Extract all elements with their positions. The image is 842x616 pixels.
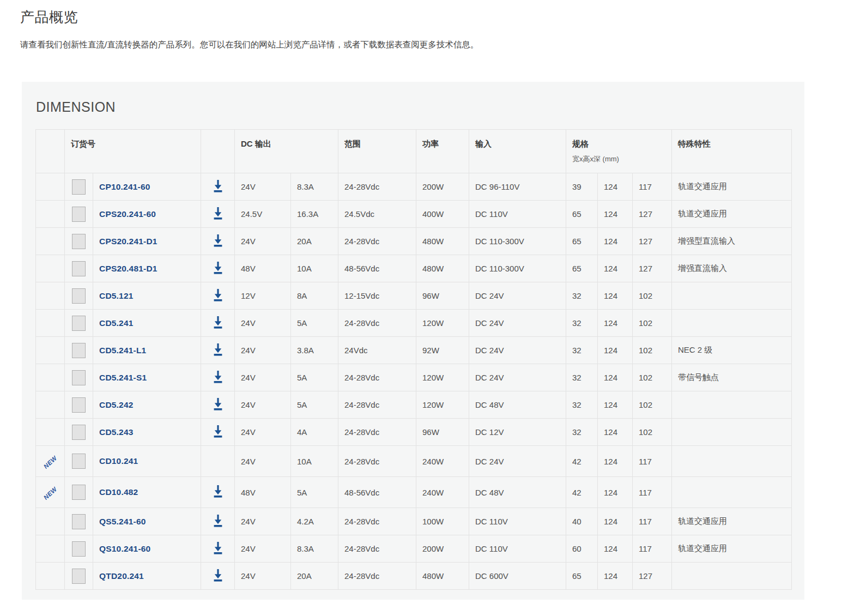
table-row: CD5.24224V5A24-28Vdc120WDC 48V32124102	[36, 391, 792, 419]
product-link[interactable]: CD10.241	[99, 456, 138, 466]
product-link[interactable]: QS10.241-60	[99, 544, 150, 553]
row-checkbox[interactable]	[72, 370, 86, 385]
product-link[interactable]: CD5.121	[99, 291, 134, 300]
row-checkbox[interactable]	[72, 261, 86, 276]
download-icon[interactable]	[213, 262, 223, 274]
header-download-spacer	[201, 130, 235, 173]
height-cell: 124	[598, 201, 633, 228]
row-checkbox[interactable]	[72, 234, 86, 249]
order-no-cell: CD5.241-S1	[93, 364, 201, 391]
download-cell	[201, 391, 235, 419]
download-icon[interactable]	[213, 485, 223, 498]
height-cell: 124	[598, 337, 633, 364]
row-checkbox[interactable]	[72, 541, 86, 557]
download-icon[interactable]	[213, 343, 223, 356]
header-power: 功率	[416, 130, 469, 173]
height-cell: 124	[598, 535, 633, 563]
height-cell: 124	[598, 563, 633, 590]
power-cell: 96W	[416, 282, 469, 310]
row-checkbox[interactable]	[72, 179, 86, 195]
checkbox-cell	[65, 255, 93, 282]
product-link[interactable]: CPS20.241-60	[99, 209, 156, 219]
row-checkbox[interactable]	[72, 343, 86, 358]
new-badge-cell	[36, 563, 65, 590]
download-icon[interactable]	[213, 289, 223, 301]
new-badge-cell	[36, 337, 65, 364]
new-badge-cell	[36, 201, 65, 228]
row-checkbox[interactable]	[72, 485, 86, 500]
row-checkbox[interactable]	[72, 207, 86, 222]
page-intro: 请查看我们创新性直流/直流转换器的产品系列。您可以在我们的网站上浏览产品详情，或…	[20, 39, 842, 51]
product-link[interactable]: CD5.243	[99, 427, 134, 437]
dc-current-cell: 10A	[291, 255, 338, 282]
product-link[interactable]: QS5.241-60	[99, 517, 146, 526]
checkbox-cell	[65, 446, 93, 477]
dc-voltage-cell: 24V	[235, 419, 291, 446]
feature-cell: 轨道交通应用	[672, 508, 792, 535]
power-cell: 120W	[416, 391, 469, 419]
download-icon[interactable]	[213, 515, 223, 527]
dc-current-cell: 5A	[291, 310, 338, 337]
new-badge-cell: NEW	[36, 446, 65, 477]
width-cell: 32	[566, 337, 598, 364]
product-link[interactable]: CPS20.241-D1	[99, 237, 158, 246]
product-link[interactable]: CD5.241-S1	[99, 373, 147, 382]
checkbox-cell	[65, 337, 93, 364]
product-link[interactable]: CP10.241-60	[99, 182, 150, 191]
download-icon[interactable]	[213, 542, 223, 554]
dc-current-cell: 8.3A	[291, 173, 338, 201]
download-icon[interactable]	[213, 569, 223, 582]
order-no-cell: CD5.241	[93, 310, 201, 337]
order-no-cell: CD5.121	[93, 282, 201, 310]
download-cell	[201, 173, 235, 201]
product-link[interactable]: CD5.241	[99, 318, 134, 328]
range-cell: 24-28Vdc	[338, 446, 416, 477]
checkbox-cell	[65, 228, 93, 255]
product-link[interactable]: CD5.241-L1	[99, 346, 146, 355]
range-cell: 24-28Vdc	[338, 364, 416, 391]
power-cell: 96W	[416, 419, 469, 446]
download-icon[interactable]	[213, 316, 223, 329]
product-link[interactable]: QTD20.241	[99, 571, 144, 581]
feature-cell: 轨道交通应用	[672, 535, 792, 563]
dc-current-cell: 8A	[291, 282, 338, 310]
feature-cell	[672, 477, 792, 508]
row-checkbox[interactable]	[72, 288, 86, 304]
download-icon[interactable]	[213, 234, 223, 247]
depth-cell: 117	[633, 508, 672, 535]
product-link[interactable]: CPS20.481-D1	[99, 264, 158, 273]
new-badge-cell	[36, 508, 65, 535]
download-icon[interactable]	[213, 180, 223, 192]
order-no-cell: CPS20.241-D1	[93, 228, 201, 255]
product-link[interactable]: CD5.242	[99, 400, 134, 409]
header-features: 特殊特性	[672, 130, 792, 173]
download-icon[interactable]	[213, 398, 223, 410]
new-badge-cell	[36, 282, 65, 310]
header-range: 范围	[338, 130, 416, 173]
row-checkbox[interactable]	[72, 569, 86, 584]
input-cell: DC 24V	[469, 364, 566, 391]
width-cell: 32	[566, 310, 598, 337]
new-badge-cell	[36, 173, 65, 201]
row-checkbox[interactable]	[72, 454, 86, 469]
new-badge-cell	[36, 419, 65, 446]
download-icon[interactable]	[213, 371, 223, 383]
row-checkbox[interactable]	[72, 514, 86, 529]
download-icon[interactable]	[213, 207, 223, 220]
order-no-cell: QS5.241-60	[93, 508, 201, 535]
depth-cell: 117	[633, 477, 672, 508]
download-cell	[201, 535, 235, 563]
table-row: CD5.241-L124V3.8A24Vdc92WDC 24V32124102N…	[36, 337, 792, 364]
table-row: CPS20.241-6024.5V16.3A24.5Vdc400WDC 110V…	[36, 201, 792, 228]
range-cell: 24-28Vdc	[338, 228, 416, 255]
width-cell: 40	[566, 508, 598, 535]
download-icon[interactable]	[213, 425, 223, 438]
table-row: CPS20.241-D124V20A24-28Vdc480WDC 110-300…	[36, 228, 792, 255]
dc-current-cell: 20A	[291, 228, 338, 255]
product-link[interactable]: CD10.482	[99, 487, 138, 497]
depth-cell: 102	[633, 337, 672, 364]
row-checkbox[interactable]	[72, 316, 86, 331]
dc-voltage-cell: 24V	[235, 508, 291, 535]
row-checkbox[interactable]	[72, 397, 86, 413]
row-checkbox[interactable]	[72, 425, 86, 440]
